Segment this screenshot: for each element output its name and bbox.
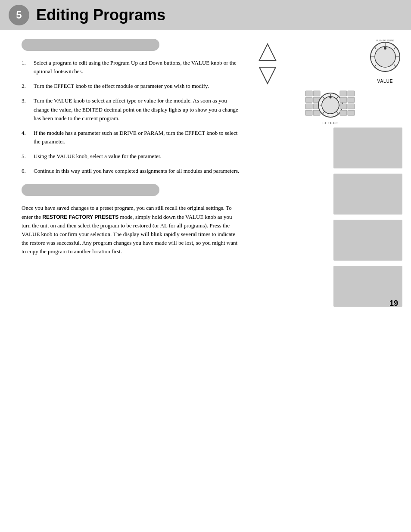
page-header: 5 Editing Programs [0,0,411,30]
svg-point-11 [384,47,386,50]
top-diagram-area: PUSH TO STORE VALUE [258,39,402,84]
footswitch-down-icon [258,65,277,84]
svg-rect-36 [348,97,355,103]
list-item: 1. Select a program to edit using the Pr… [22,59,241,76]
svg-rect-31 [340,91,347,96]
svg-text:PUSH TO STORE: PUSH TO STORE [377,39,394,42]
step-text-2: Turn the EFFECT knob to the effect modul… [34,82,209,90]
value-label: VALUE [377,79,393,84]
footswitch-diagrams [258,43,277,84]
restore-description: Once you have saved changes to a preset … [22,204,241,256]
svg-rect-13 [305,91,312,96]
svg-rect-34 [340,110,347,115]
effect-diagram: EFFECT [258,89,402,128]
svg-rect-37 [348,104,355,109]
svg-rect-15 [305,104,312,109]
svg-rect-14 [305,97,312,103]
step-text-4: If the module has a parameter such as DR… [34,129,241,146]
restore-keyword: RESTORE FACTORY PRESETS [42,214,118,220]
effect-knob-icon: EFFECT [305,89,356,128]
step-number-1: 1. [22,59,34,76]
page: 5 Editing Programs 1. Select a program t… [0,0,411,532]
chapter-number: 5 [9,5,29,25]
list-item: 6. Continue in this way until you have c… [22,167,241,175]
svg-rect-38 [348,110,355,115]
content-area: 1. Select a program to edit using the Pr… [0,30,411,316]
svg-rect-35 [348,91,355,96]
image-box-3 [333,220,402,261]
list-item: 3. Turn the VALUE knob to select an effe… [22,96,241,122]
value-knob-diagram: PUSH TO STORE VALUE [368,39,402,84]
svg-rect-33 [340,104,347,109]
image-boxes [258,128,402,312]
step-number-5: 5. [22,152,34,161]
image-box-1 [333,128,402,168]
svg-marker-1 [259,67,276,84]
list-item: 2. Turn the EFFECT knob to the effect mo… [22,82,241,90]
section-bar-bottom [22,184,159,196]
image-box-2 [333,174,402,215]
step-text-6: Continue in this way until you have comp… [34,167,239,175]
svg-point-30 [330,96,332,99]
step-number-6: 6. [22,167,34,175]
page-number: 19 [389,299,398,308]
svg-rect-32 [340,97,347,103]
svg-marker-0 [259,44,276,60]
step-number-4: 4. [22,129,34,146]
footswitch-up-icon [258,43,277,63]
svg-text:EFFECT: EFFECT [322,121,338,125]
svg-rect-17 [313,91,320,96]
step-text-5: Using the VALUE knob, select a value for… [34,152,162,161]
svg-point-22 [322,96,339,114]
section-bar-top [22,39,159,51]
value-knob-icon: PUSH TO STORE [368,39,402,78]
step-number-3: 3. [22,96,34,122]
left-column: 1. Select a program to edit using the Pr… [0,30,254,316]
list-item: 4. If the module has a parameter such as… [22,129,241,146]
step-text-1: Select a program to edit using the Progr… [34,59,241,76]
step-text-3: Turn the VALUE knob to select an effect … [34,96,241,122]
svg-rect-16 [305,110,312,115]
steps-list: 1. Select a program to edit using the Pr… [22,59,241,175]
right-column: PUSH TO STORE VALUE [254,30,411,316]
svg-rect-20 [313,110,320,115]
step-number-2: 2. [22,82,34,90]
svg-point-3 [375,47,395,67]
list-item: 5. Using the VALUE knob, select a value … [22,152,241,161]
page-title: Editing Programs [36,6,165,24]
